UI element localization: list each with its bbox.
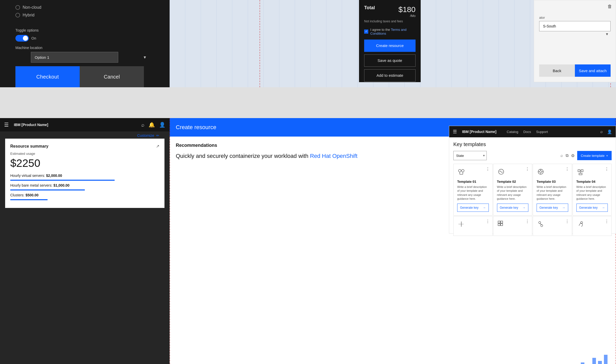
card-menu-05[interactable]: ⋮ (486, 219, 490, 224)
kt-search-icon[interactable]: ⌕ (600, 129, 603, 134)
estimated-usage-label: Estimated usage (10, 152, 159, 156)
card-menu-06[interactable]: ⋮ (525, 219, 529, 224)
cancel-button[interactable]: Cancel (80, 66, 144, 87)
recommendations-title: Recommendations (176, 143, 217, 148)
ibm-brand: IBM [Product Name] (14, 123, 48, 127)
kt-hamburger-icon[interactable]: ☰ (453, 129, 457, 135)
progress-bar-virtual (10, 180, 115, 181)
template-card-03: ⋮ Template 03 Write a brief description … (533, 164, 572, 216)
far-right-buttons: Back Save and attach (539, 64, 611, 77)
bottom-left-dark-panel: ☰ IBM [Product Name] ⌕ 🔔 👤 Customize ✏ R… (0, 118, 170, 364)
mini-chart (149, 354, 170, 364)
svg-point-1 (462, 169, 464, 172)
left-dark-panel: Non-cloud Hybrid Toggle options On Machi… (0, 0, 170, 87)
card-menu-03[interactable]: ⋮ (565, 167, 569, 171)
card-desc-03: Write a brief description of your templa… (537, 185, 568, 201)
card-icon-01 (457, 168, 489, 178)
card-icon-07 (537, 220, 568, 230)
far-right-dropdown-label: ator (539, 16, 611, 20)
svg-point-24 (541, 225, 543, 227)
toggle-switch[interactable] (15, 35, 29, 42)
card-menu-02[interactable]: ⋮ (525, 167, 529, 171)
trash-icon[interactable]: 🗑 (608, 4, 612, 9)
save-as-quote-button[interactable]: Save as quote (364, 54, 416, 67)
dashed-border-left (260, 0, 260, 87)
kt-nav-right: ⌕ 👤 (600, 129, 612, 134)
chart-bar-2 (581, 362, 585, 364)
terms-text: I agree to the Terms and Conditions (370, 28, 416, 35)
create-template-plus: + (606, 154, 608, 158)
card-icon-05 (457, 220, 489, 230)
kt-copy-icon[interactable]: ⧉ (566, 153, 568, 158)
save-attach-button[interactable]: Save and attach (575, 64, 611, 77)
card-icon-03 (537, 168, 568, 178)
chart-area (575, 349, 616, 364)
resource-summary-title: Resource summary (10, 144, 49, 149)
back-button[interactable]: Back (539, 64, 575, 77)
create-template-button[interactable]: Create template + (577, 151, 612, 160)
generate-key-btn-04[interactable]: Generate key → (576, 204, 608, 212)
expand-icon[interactable]: ↗ (156, 144, 159, 149)
kt-body: Key templates State Active Inactive Draf… (449, 137, 616, 240)
kt-search-filter-icon[interactable]: ⌕ (560, 153, 563, 158)
radio-non-cloud[interactable]: Non-cloud (15, 5, 159, 10)
machine-location-label: Machine location (15, 46, 159, 50)
kt-settings-icon[interactable]: ⚙ (571, 153, 575, 158)
card-title-03: Template 03 (537, 180, 568, 184)
card-icon-06 (497, 220, 529, 230)
chart-bar-6 (604, 355, 608, 364)
machine-location-select[interactable]: Option 1 Option 2 Option 3 (31, 52, 118, 63)
terms-row: I agree to the Terms and Conditions (364, 28, 416, 35)
kt-title: Key templates (453, 141, 612, 147)
openshift-link[interactable]: Red Hat OpenShift (310, 153, 357, 159)
kt-nav-support[interactable]: Support (536, 130, 548, 134)
add-to-estimate-button[interactable]: Add to estimate (364, 69, 416, 82)
card-title-04: Template 04 (576, 180, 608, 184)
card-title-02: Template 02 (497, 180, 529, 184)
template-card-07: ⋮ (533, 216, 572, 236)
generate-key-btn-03[interactable]: Generate key → (537, 204, 568, 212)
kt-nav-docs[interactable]: Docs (523, 130, 531, 134)
hamburger-icon[interactable]: ☰ (4, 122, 9, 128)
card-menu-08[interactable]: ⋮ (605, 219, 609, 224)
kt-brand: IBM [Product Name] (462, 130, 497, 134)
usage-item-clusters: Clusters: $500.00 (10, 193, 159, 197)
far-right-dropdown[interactable]: S-South N-North E-East W-West (539, 21, 611, 31)
search-header-icon[interactable]: ⌕ (141, 122, 144, 128)
generate-key-arrow-04: → (602, 206, 605, 209)
terms-checkbox[interactable] (364, 30, 368, 34)
kt-user-icon[interactable]: 👤 (607, 129, 612, 134)
card-menu-07[interactable]: ⋮ (565, 219, 569, 224)
resource-summary-amount: $2250 (10, 157, 159, 169)
checkout-button[interactable]: Checkout (15, 66, 80, 87)
create-resource-button[interactable]: Create resource (364, 40, 416, 52)
generate-key-btn-01[interactable]: Generate key → (457, 204, 489, 212)
header-icons: ⌕ 🔔 👤 (141, 122, 166, 128)
usage-item-baremetal: Hourly bare metal servers: $1,000.00 (10, 183, 159, 187)
card-desc-04: Write a brief description of your templa… (576, 185, 608, 201)
generate-key-arrow-01: → (483, 206, 486, 209)
radio-hybrid[interactable]: Hybrid (15, 13, 159, 17)
far-right-panel: 🗑 ator S-South N-North E-East W-West ▾ B… (534, 0, 616, 82)
generate-key-arrow-02: → (522, 206, 526, 209)
pricing-amount: $180 (398, 5, 416, 14)
bell-icon[interactable]: 🔔 (149, 122, 155, 128)
svg-rect-12 (578, 170, 580, 172)
pricing-note: Not including taxes and fees (364, 19, 416, 24)
customize-link[interactable]: Customize (137, 133, 154, 138)
svg-rect-21 (498, 224, 500, 226)
usage-item-virtual: Hourly virtual servers: $2,000.00 (10, 174, 159, 178)
create-resource-title: Create resource (176, 124, 216, 131)
generate-key-btn-02[interactable]: Generate key → (497, 204, 529, 212)
state-dropdown[interactable]: State Active Inactive Draft (453, 151, 487, 160)
user-icon[interactable]: 👤 (159, 122, 166, 128)
svg-point-23 (539, 222, 541, 224)
card-menu-04[interactable]: ⋮ (605, 167, 609, 171)
card-menu-01[interactable]: ⋮ (486, 167, 490, 171)
chart-bar-5 (598, 361, 602, 364)
toggle-on-text: On (31, 36, 36, 40)
svg-rect-19 (498, 221, 500, 223)
kt-nav-catalog[interactable]: Catalog (507, 130, 518, 134)
customize-edit-icon[interactable]: ✏ (156, 133, 159, 138)
kt-nav-links: Catalog Docs Support (507, 130, 548, 134)
